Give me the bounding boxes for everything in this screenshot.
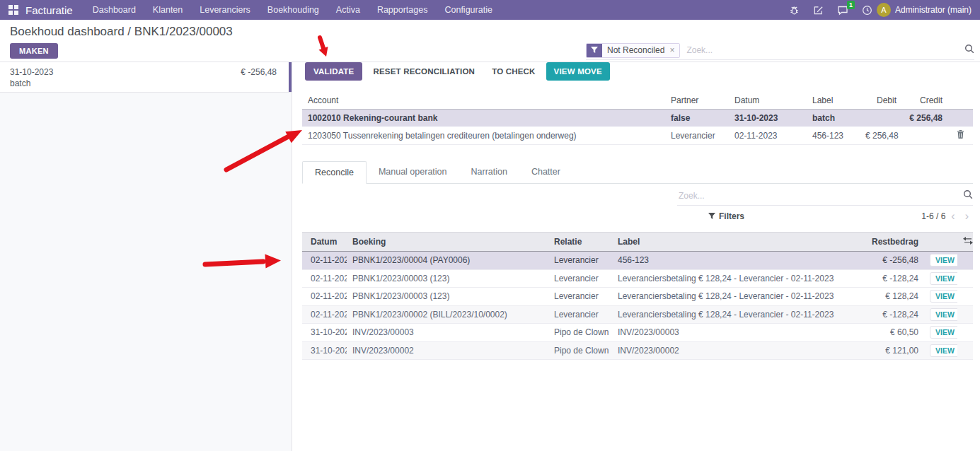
top-navbar: Facturatie Dashboard Klanten Leverancier…: [0, 0, 980, 20]
table-row[interactable]: 02-11-2023 PBNK1/2023/00002 (BILL/2023/1…: [302, 306, 973, 324]
table-row[interactable]: 1002010 Rekening-courant bank false 31-1…: [302, 110, 973, 127]
col-relatie: Relatie: [548, 233, 612, 250]
move-table-header: Account Partner Datum Label Debit Credit: [302, 92, 973, 110]
search-input-row[interactable]: Not Reconciled × Zoek...: [586, 41, 974, 60]
notebook-tabs: Reconcile Manual operation Narration Cha…: [302, 161, 973, 184]
col-datum: Datum: [729, 92, 807, 109]
col-boeking: Boeking: [347, 233, 548, 250]
table-row[interactable]: 02-11-2023 PBNK1/2023/00003 (123) Levera…: [302, 270, 973, 288]
table-row[interactable]: 02-11-2023 PBNK1/2023/00004 (PAY0006) Le…: [302, 252, 973, 270]
table-row[interactable]: 31-10-2023 INV/2023/00003 Pipo de Clown …: [302, 324, 973, 342]
action-buttons-row: VALIDATE RESET RECONCILIATION TO CHECK V…: [305, 62, 610, 81]
tab-narration[interactable]: Narration: [459, 161, 519, 184]
reconcile-candidates-table: Datum Boeking Relatie Label Restbedrag 0…: [302, 232, 973, 360]
reconcile-search-icon[interactable]: [963, 189, 973, 202]
reconcile-pager-next-icon[interactable]: ›: [961, 211, 973, 222]
delete-line-trash-icon[interactable]: [948, 127, 973, 144]
bank-line-card[interactable]: 31-10-2023 batch € -256,48: [0, 62, 292, 93]
col-debit: Debit: [860, 92, 902, 109]
bank-line-label: batch: [10, 78, 30, 88]
create-button[interactable]: MAKEN: [10, 43, 58, 59]
menu-configuratie[interactable]: Configuratie: [436, 0, 500, 20]
col-restbedrag: Restbedrag: [835, 233, 924, 250]
user-avatar[interactable]: A: [877, 3, 891, 17]
bank-statement-lines-panel: 31-10-2023 batch € -256,48: [0, 62, 292, 451]
menu-dashboard[interactable]: Dashboard: [84, 0, 144, 20]
view-button[interactable]: VIEW: [930, 326, 957, 339]
apps-menu-icon[interactable]: [8, 5, 18, 15]
user-menu[interactable]: Administrator (main): [895, 5, 972, 15]
col-credit: Credit: [902, 92, 948, 109]
bank-line-amount: € -256,48: [241, 67, 277, 77]
candidates-table-header: Datum Boeking Relatie Label Restbedrag: [302, 232, 973, 252]
col-partner: Partner: [665, 92, 729, 109]
control-panel: Boekhoud dashboard / BNK1/2023/00003 MAK…: [0, 20, 980, 62]
message-count-badge: 1: [847, 1, 855, 9]
validate-button[interactable]: VALIDATE: [305, 62, 362, 81]
facet-filter-icon: [587, 44, 602, 57]
tab-manual-operation[interactable]: Manual operation: [367, 161, 459, 184]
facet-label: Not Reconciled: [607, 45, 664, 55]
to-check-button[interactable]: TO CHECK: [485, 62, 541, 81]
reconcile-pager-previous-icon[interactable]: ‹: [947, 211, 959, 222]
app-name[interactable]: Facturatie: [25, 4, 73, 16]
activities-clock-icon[interactable]: [862, 5, 872, 16]
debug-bug-icon[interactable]: [789, 5, 800, 16]
reconcile-pager-counter: 1-6 / 6: [921, 211, 945, 221]
col-datum: Datum: [302, 233, 347, 250]
view-button[interactable]: VIEW: [930, 308, 957, 321]
search-input[interactable]: Zoek...: [686, 45, 964, 55]
view-move-button[interactable]: VIEW MOVE: [546, 62, 610, 81]
menu-activa[interactable]: Activa: [328, 0, 369, 20]
tab-chatter[interactable]: Chatter: [519, 161, 572, 184]
col-label: Label: [807, 92, 860, 109]
breadcrumb[interactable]: Boekhoud dashboard / BNK1/2023/00003: [10, 25, 233, 39]
systray: 1: [789, 5, 872, 16]
search-facet-not-reconciled[interactable]: Not Reconciled ×: [586, 43, 680, 58]
table-row[interactable]: 1203050 Tussenrekening betalingen credit…: [302, 127, 973, 145]
reconcile-search-input-row[interactable]: Zoek...: [677, 187, 973, 206]
col-account: Account: [302, 92, 665, 109]
view-button[interactable]: VIEW: [930, 254, 957, 266]
reconcile-search-bar: Zoek... Filters 1-6 / 6 ‹ ›: [677, 187, 973, 227]
view-button[interactable]: VIEW: [930, 290, 957, 303]
tab-reconcile[interactable]: Reconcile: [302, 161, 367, 184]
reconcile-search-input[interactable]: Zoek...: [679, 191, 963, 201]
reconciliation-panel: VALIDATE RESET RECONCILIATION TO CHECK V…: [293, 62, 980, 451]
view-button[interactable]: VIEW: [930, 344, 957, 357]
menu-boekhouding[interactable]: Boekhouding: [259, 0, 328, 20]
search-icon[interactable]: [964, 44, 974, 57]
menu-klanten[interactable]: Klanten: [144, 0, 191, 20]
move-lines-table: Account Partner Datum Label Debit Credit…: [302, 92, 973, 145]
messages-icon[interactable]: 1: [837, 5, 848, 16]
selected-indicator: [289, 62, 292, 92]
view-button[interactable]: VIEW: [930, 272, 957, 285]
menu-leveranciers[interactable]: Leveranciers: [191, 0, 259, 20]
reconcile-filters-toggle[interactable]: Filters: [708, 211, 744, 221]
col-label: Label: [612, 233, 835, 250]
table-row[interactable]: 31-10-2023 INV/2023/00002 Pipo de Clown …: [302, 342, 973, 361]
toggle-sort-icon[interactable]: [957, 233, 973, 250]
facet-remove-icon[interactable]: ×: [669, 45, 674, 55]
reset-reconciliation-button[interactable]: RESET RECONCILIATION: [367, 62, 481, 81]
menu-rapportages[interactable]: Rapportages: [369, 0, 437, 20]
edit-pencil-icon[interactable]: [813, 5, 824, 16]
bank-line-date: 31-10-2023: [10, 67, 53, 77]
table-row[interactable]: 02-11-2023 PBNK1/2023/00003 (123) Levera…: [302, 288, 973, 306]
